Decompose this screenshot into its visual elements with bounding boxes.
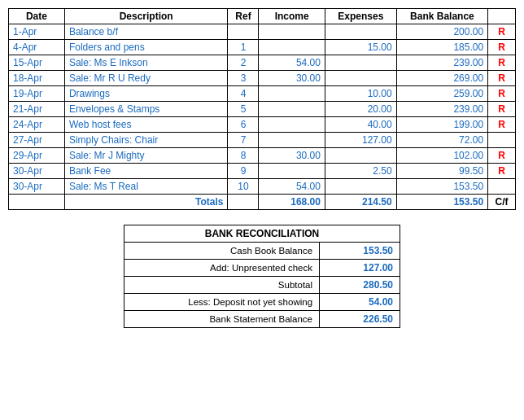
ref-cell: 4 (228, 86, 259, 102)
date-cell: 27-Apr (9, 133, 65, 148)
income-cell (259, 133, 325, 148)
recon-label: Bank Statement Balance (124, 311, 320, 328)
ref-cell: 9 (228, 164, 259, 179)
ledger-row: 21-AprEnvelopes & Stamps520.00239.00R (9, 102, 516, 117)
ref-cell: 2 (228, 55, 259, 71)
ref-cell: 3 (228, 71, 259, 86)
desc-cell: Envelopes & Stamps (64, 102, 228, 117)
balance-cell: 200.00 (396, 24, 487, 40)
balance-cell: 199.00 (396, 117, 487, 133)
recon-row: Cash Book Balance153.50 (124, 243, 400, 260)
date-cell: 30-Apr (9, 164, 65, 179)
desc-cell: Sale: Ms T Real (64, 179, 228, 195)
balance-cell: 239.00 (396, 55, 487, 71)
recon-label: Add: Unpresented check (124, 260, 320, 277)
expense-cell (325, 148, 396, 164)
ledger-row: 29-AprSale: Mr J Mighty830.00102.00R (9, 148, 516, 164)
income-cell (259, 24, 325, 40)
desc-cell: Drawings (64, 86, 228, 102)
ledger-row: 19-AprDrawings410.00259.00R (9, 86, 516, 102)
expense-cell (325, 179, 396, 195)
balance-cell: 99.50 (396, 164, 487, 179)
balance-cell: 72.00 (396, 133, 487, 148)
desc-cell: Folders and pens (64, 40, 228, 55)
balance-cell: 153.50 (396, 179, 487, 195)
marker-cell: R (488, 148, 516, 164)
col-header-expenses: Expenses (325, 9, 396, 24)
marker-cell: R (488, 24, 516, 40)
ledger-row: 4-AprFolders and pens115.00185.00R (9, 40, 516, 55)
income-cell: 30.00 (259, 148, 325, 164)
totals-cell: Totals (64, 195, 228, 210)
date-cell: 19-Apr (9, 86, 65, 102)
balance-cell: 239.00 (396, 102, 487, 117)
reconciliation-table: BANK RECONCILIATION Cash Book Balance153… (124, 225, 400, 328)
totals-row: Totals168.00214.50153.50C/f (9, 195, 516, 210)
balance-cell: 269.00 (396, 71, 487, 86)
recon-row: Add: Unpresented check127.00 (124, 260, 400, 277)
expense-cell (325, 55, 396, 71)
totals-cell (228, 195, 259, 210)
expense-cell: 10.00 (325, 86, 396, 102)
marker-cell (488, 179, 516, 195)
date-cell: 18-Apr (9, 71, 65, 86)
income-cell (259, 164, 325, 179)
ref-cell (228, 24, 259, 40)
date-cell: 1-Apr (9, 24, 65, 40)
ledger-row: 27-AprSimply Chairs: Chair7127.0072.00 (9, 133, 516, 148)
recon-row: Bank Statement Balance226.50 (124, 311, 400, 328)
income-cell: 30.00 (259, 71, 325, 86)
desc-cell: Bank Fee (64, 164, 228, 179)
balance-cell: 102.00 (396, 148, 487, 164)
col-header-bank-balance: Bank Balance (396, 9, 487, 24)
desc-cell: Web host fees (64, 117, 228, 133)
recon-value: 280.50 (320, 277, 400, 294)
ref-cell: 6 (228, 117, 259, 133)
marker-cell: R (488, 40, 516, 55)
recon-label: Cash Book Balance (124, 243, 320, 260)
totals-cell: 168.00 (259, 195, 325, 210)
totals-cell: 214.50 (325, 195, 396, 210)
recon-row: Subtotal280.50 (124, 277, 400, 294)
expense-cell: 127.00 (325, 133, 396, 148)
recon-value: 54.00 (320, 294, 400, 311)
ledger-row: 30-AprSale: Ms T Real1054.00153.50 (9, 179, 516, 195)
totals-cell: 153.50 (396, 195, 487, 210)
reconciliation-container: BANK RECONCILIATION Cash Book Balance153… (8, 225, 516, 328)
totals-cell (9, 195, 65, 210)
col-header-marker (488, 9, 516, 24)
marker-cell: R (488, 55, 516, 71)
desc-cell: Sale: Mr R U Redy (64, 71, 228, 86)
date-cell: 15-Apr (9, 55, 65, 71)
income-cell (259, 86, 325, 102)
ref-cell: 1 (228, 40, 259, 55)
totals-cell: C/f (488, 195, 516, 210)
ref-cell: 10 (228, 179, 259, 195)
marker-cell: R (488, 102, 516, 117)
balance-cell: 259.00 (396, 86, 487, 102)
expense-cell: 20.00 (325, 102, 396, 117)
ledger-row: 30-AprBank Fee92.5099.50R (9, 164, 516, 179)
expense-cell (325, 71, 396, 86)
marker-cell: R (488, 117, 516, 133)
recon-value: 153.50 (320, 243, 400, 260)
expense-cell: 15.00 (325, 40, 396, 55)
date-cell: 21-Apr (9, 102, 65, 117)
income-cell: 54.00 (259, 55, 325, 71)
recon-title: BANK RECONCILIATION (124, 225, 400, 243)
income-cell (259, 40, 325, 55)
marker-cell: R (488, 164, 516, 179)
marker-cell: R (488, 86, 516, 102)
col-header-description: Description (64, 9, 228, 24)
col-header-income: Income (259, 9, 325, 24)
ledger-table: Date Description Ref Income Expenses Ban… (8, 8, 516, 210)
ref-cell: 7 (228, 133, 259, 148)
balance-cell: 185.00 (396, 40, 487, 55)
expense-cell: 2.50 (325, 164, 396, 179)
recon-label: Less: Deposit not yet showing (124, 294, 320, 311)
income-cell: 54.00 (259, 179, 325, 195)
desc-cell: Simply Chairs: Chair (64, 133, 228, 148)
ledger-row: 18-AprSale: Mr R U Redy330.00269.00R (9, 71, 516, 86)
ref-cell: 5 (228, 102, 259, 117)
ref-cell: 8 (228, 148, 259, 164)
